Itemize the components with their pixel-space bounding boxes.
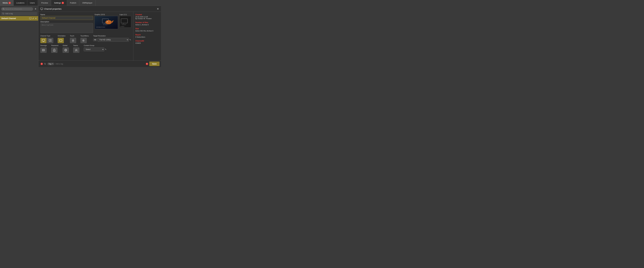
touchmenu-icon: [82, 39, 85, 42]
add-tag-bottom-input[interactable]: [56, 63, 144, 65]
search-input[interactable]: [6, 8, 32, 10]
channel-id-value: #16829: [136, 42, 159, 44]
svg-rect-7: [40, 8, 43, 9]
svg-rect-27: [49, 39, 50, 41]
tab-publish[interactable]: Publish: [67, 0, 79, 6]
channel-type-btn-split[interactable]: [47, 38, 53, 43]
content-group-edit-button[interactable]: ✎: [105, 48, 106, 51]
reach-section: Reach 0 Subscribers: [136, 34, 159, 38]
global-btn[interactable]: [63, 47, 69, 53]
num-files-section: Number of files Active 1, Archive 0: [136, 21, 159, 25]
created-section: Created 24.02.2020 12:45 By Kristian W. …: [136, 13, 159, 19]
logo-image[interactable]: DATABEA...: [120, 16, 131, 28]
created-date: 24.02.2020 12:45: [136, 16, 159, 18]
svg-text:DATABEA...: DATABEA...: [120, 26, 125, 27]
channel-desc-textarea[interactable]: [40, 23, 93, 33]
num-files-value: Active 1, Archive 0: [136, 24, 159, 25]
svg-text:DATABEATOMNI: DATABEATOMNI: [96, 26, 105, 28]
svg-point-17: [107, 21, 108, 22]
created-by: By Kristian W. Thveten: [136, 18, 159, 19]
bottom-options-row: Doorsign: [40, 45, 131, 53]
svg-rect-31: [60, 40, 62, 41]
tag-chip-tag: Tag ✕: [47, 63, 54, 65]
resolution-select-row: HD Full HD 1080p ✎: [93, 38, 131, 42]
doorsign-btn[interactable]: [40, 47, 46, 53]
content-group-dropdown[interactable]: Select: [84, 47, 104, 51]
password-btn[interactable]: [51, 47, 57, 53]
tag-icon: [2, 12, 4, 15]
channel-item-default[interactable]: Default Channel: [0, 16, 38, 21]
tab-preview-label: Preview: [41, 2, 48, 4]
monitor-icon: [40, 8, 43, 10]
svg-line-1: [4, 9, 4, 10]
channel-name-input[interactable]: [40, 16, 93, 20]
close-channel-props-button[interactable]: ✕: [157, 7, 159, 10]
graphic-label: Graphic (16:9): [94, 13, 118, 15]
tab-locations[interactable]: Locations: [14, 0, 27, 6]
svg-point-0: [3, 8, 4, 9]
reach-value: 0 Subscribers: [136, 36, 159, 38]
channel-type-label: Channel Type: [40, 35, 53, 37]
tab-locations-label: Locations: [16, 2, 24, 4]
tab-settings[interactable]: Settings 2: [51, 0, 67, 6]
content-group-group: Content Group Select ✎: [84, 45, 131, 51]
graphic-image[interactable]: DATABEATOMNI: [94, 16, 118, 29]
lock-icon: [53, 49, 56, 52]
left-panel: Media 1 Locations Users +: [0, 0, 38, 67]
resolution-dropdown[interactable]: Full HD 1080p: [98, 38, 129, 42]
svg-rect-28: [50, 39, 52, 41]
touchmenu-btn[interactable]: [80, 38, 87, 43]
resolution-edit-button[interactable]: ✎: [130, 39, 131, 41]
tab-users-label: Users: [30, 2, 35, 4]
doorsign-icon: [42, 49, 45, 52]
tab-users[interactable]: Users: [27, 0, 38, 6]
name-desc-col: Name Description: [40, 13, 93, 33]
touchmenu-group: TouchMenu: [80, 35, 89, 43]
password-label: Password: [51, 45, 58, 46]
size-section: Size Active 58.0 Kb, Archive 0: [136, 28, 159, 32]
svg-rect-2: [29, 17, 31, 19]
resolution-label: Target Resolution: [93, 35, 131, 37]
save-button[interactable]: Save: [149, 61, 160, 66]
orientation-btn-landscape[interactable]: [58, 38, 64, 43]
svg-rect-24: [42, 39, 45, 41]
created-label: Created: [136, 13, 159, 16]
tab-media-badge: 1: [8, 2, 11, 4]
tab-media[interactable]: Media 1: [0, 0, 14, 6]
name-graphics-row: Name Description Graphic (16:9): [40, 13, 131, 33]
channel-props-header: Channel properties ✕: [38, 6, 161, 12]
delete-channel-icon[interactable]: [35, 17, 37, 19]
channel-item-label: Default Channel: [2, 17, 16, 19]
svg-rect-33: [83, 40, 84, 40]
search-bar: +: [0, 6, 38, 12]
touchmenu-label: TouchMenu: [80, 35, 89, 37]
graphic-svg: DATABEATOMNI: [95, 16, 118, 29]
doorsign-label: Doorsign: [40, 45, 47, 46]
orientation-label: Orientation: [58, 35, 66, 37]
teams-btn[interactable]: [73, 47, 79, 53]
num-files-label: Number of files: [136, 21, 159, 23]
channel-id-section: ChannelID #16829: [136, 40, 159, 44]
svg-rect-37: [44, 50, 44, 50]
add-channel-button[interactable]: +: [34, 7, 37, 11]
logo-col: Logo (1:1) DATABEA...: [120, 13, 131, 33]
name-label: Name: [40, 13, 93, 16]
tab-preview[interactable]: Preview: [38, 0, 51, 6]
channel-props-title-text: Channel properties: [44, 8, 62, 10]
channel-type-section: Channel Type: [40, 35, 131, 43]
svg-point-40: [54, 51, 54, 51]
tag-add-row[interactable]: Add a tag: [1, 12, 37, 15]
touch-buttons: [70, 38, 76, 43]
right-tabs: Preview Settings 2 Publish OMNIplayer: [38, 0, 161, 6]
tab-omniplayer[interactable]: OMNIplayer: [79, 0, 96, 6]
content-group-label: Content Group: [84, 45, 131, 46]
touch-btn[interactable]: [70, 38, 76, 43]
orientation-buttons: [58, 38, 66, 43]
tag-chip-remove[interactable]: ✕: [52, 63, 53, 65]
doorsign-group: Doorsign: [40, 45, 47, 53]
graphics-col: Graphic (16:9): [94, 13, 118, 33]
global-label: Global: [63, 45, 69, 46]
tab-settings-label: Settings: [54, 2, 61, 4]
edit-channel-icon[interactable]: [32, 17, 34, 19]
channel-type-btn-screen[interactable]: [40, 38, 46, 43]
